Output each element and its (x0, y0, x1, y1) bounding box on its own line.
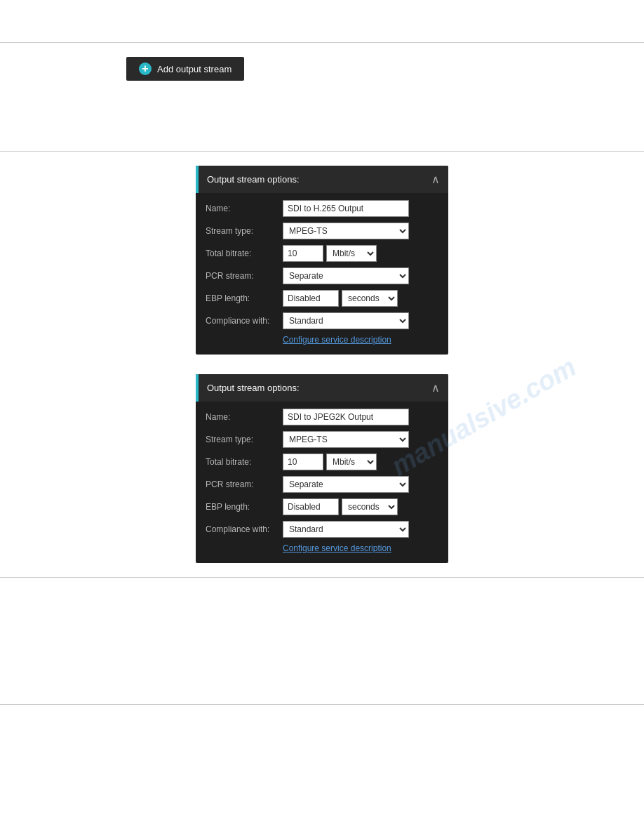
panel-2-ebp-seconds-select[interactable]: seconds (342, 498, 398, 515)
panel-1-pcr-row: PCR stream: Separate (206, 267, 438, 284)
panel-1-title: Output stream options: (207, 174, 300, 185)
panel-2-bitrate-row: Total bitrate: Mbit/s (206, 454, 438, 470)
panel-1-name-label: Name: (206, 204, 283, 213)
panel-2-header: Output stream options: ∧ (196, 374, 448, 402)
panel-1-ebp-label: EBP length: (206, 293, 283, 303)
panel-1-stream-type-row: Stream type: MPEG-TS (206, 223, 438, 239)
panel-2-title: Output stream options: (207, 383, 300, 393)
panel-1-ebp-row: EBP length: seconds (206, 290, 438, 307)
panel-2-stream-type-row: Stream type: MPEG-TS (206, 431, 438, 448)
panel-2-stream-type-select[interactable]: MPEG-TS (283, 431, 409, 448)
panel-2-ebp-group: seconds (283, 498, 398, 515)
panel-2-bitrate-unit-select[interactable]: Mbit/s (326, 454, 377, 470)
panel-1-compliance-label: Compliance with: (206, 316, 283, 326)
panel-1-name-input[interactable] (283, 200, 409, 217)
panel-2-ebp-row: EBP length: seconds (206, 498, 438, 515)
panel-1-stream-type-select[interactable]: MPEG-TS (283, 223, 409, 239)
panel-2-configure-link[interactable]: Configure service description (283, 543, 438, 553)
add-output-stream-button[interactable]: + Add output stream (126, 57, 244, 81)
panel-2-compliance-label: Compliance with: (206, 524, 283, 534)
panel-2-total-bitrate-label: Total bitrate: (206, 457, 283, 467)
panel-2-bitrate-group: Mbit/s (283, 454, 377, 470)
panel-2-ebp-label: EBP length: (206, 502, 283, 512)
panel-1-bitrate-unit-select[interactable]: Mbit/s (326, 245, 377, 262)
panel-1-collapse-button[interactable]: ∧ (431, 173, 440, 186)
panel-2-ebp-input[interactable] (283, 498, 339, 515)
panel-1-body: Name: Stream type: MPEG-TS Total bitrate… (196, 193, 448, 355)
panel-2-pcr-select[interactable]: Separate (283, 476, 409, 493)
panel-1-header: Output stream options: ∧ (196, 166, 448, 193)
panel-2-name-input[interactable] (283, 409, 409, 425)
panel-2-body: Name: Stream type: MPEG-TS Total bitrate… (196, 402, 448, 563)
panel-1-pcr-label: PCR stream: (206, 271, 283, 281)
panel-1-ebp-group: seconds (283, 290, 398, 307)
panel-1-configure-link[interactable]: Configure service description (283, 335, 438, 345)
plus-icon: + (139, 62, 152, 75)
add-output-stream-label: Add output stream (157, 64, 232, 74)
panel-1-total-bitrate-label: Total bitrate: (206, 249, 283, 258)
panel-1-ebp-seconds-select[interactable]: seconds (342, 290, 398, 307)
panel-1-bitrate-input[interactable] (283, 245, 323, 262)
panel-2-compliance-row: Compliance with: Standard (206, 521, 438, 538)
panel-2-pcr-label: PCR stream: (206, 479, 283, 489)
panel-2-collapse-button[interactable]: ∧ (431, 381, 440, 395)
panel-1-compliance-select[interactable]: Standard (283, 312, 409, 329)
panel-1-ebp-input[interactable] (283, 290, 339, 307)
panel-2-pcr-row: PCR stream: Separate (206, 476, 438, 493)
output-stream-panel-2: Output stream options: ∧ Name: Stream ty… (196, 374, 448, 563)
panel-2-stream-type-label: Stream type: (206, 435, 283, 444)
panel-2-name-row: Name: (206, 409, 438, 425)
panel-2-name-label: Name: (206, 412, 283, 422)
panel-1-bitrate-row: Total bitrate: Mbit/s (206, 245, 438, 262)
panel-1-name-row: Name: (206, 200, 438, 217)
panel-1-bitrate-group: Mbit/s (283, 245, 377, 262)
panel-1-pcr-select[interactable]: Separate (283, 267, 409, 284)
output-stream-panel-1: Output stream options: ∧ Name: Stream ty… (196, 166, 448, 355)
panel-2-bitrate-input[interactable] (283, 454, 323, 470)
panel-1-stream-type-label: Stream type: (206, 226, 283, 236)
panel-1-compliance-row: Compliance with: Standard (206, 312, 438, 329)
panel-2-compliance-select[interactable]: Standard (283, 521, 409, 538)
